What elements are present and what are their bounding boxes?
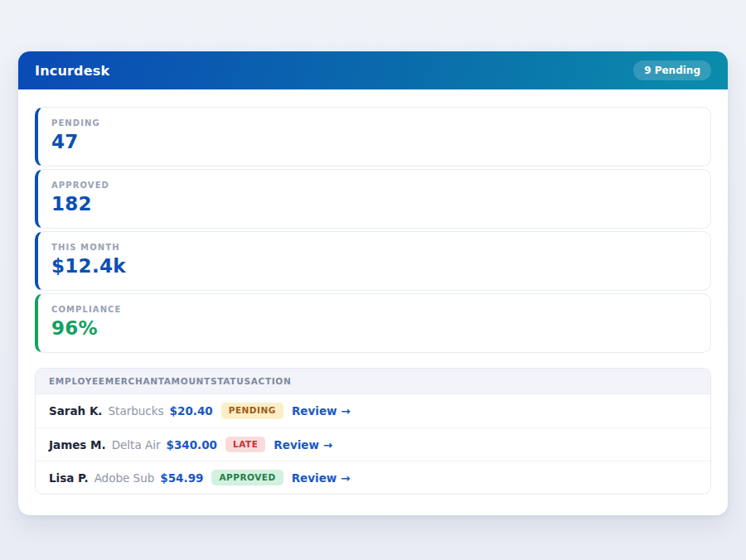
status-badge: PENDING [221, 403, 283, 419]
table-row: Sarah K. Starbucks $20.40 PENDING Review… [36, 394, 710, 427]
employee-name: Lisa P. [49, 471, 89, 485]
app-body: PENDING 47 APPROVED 182 THIS MONTH $12.4… [18, 89, 728, 515]
status-badge: APPROVED [211, 470, 283, 486]
column-header-amount: AMOUNT [164, 376, 211, 386]
stat-value: $12.4k [51, 256, 697, 276]
table-header-row: EMPLOYEEMERCHANTAMOUNTSTATUSACTION [36, 369, 710, 394]
stat-label: PENDING [51, 118, 697, 128]
stat-card-compliance: COMPLIANCE 96% [35, 293, 711, 353]
review-link[interactable]: Review → [292, 404, 351, 418]
amount-value: $20.40 [170, 404, 213, 418]
stat-card-this-month: THIS MONTH $12.4k [35, 231, 711, 291]
stat-card-approved: APPROVED 182 [35, 169, 711, 229]
stat-value: 47 [51, 132, 697, 152]
app-title: Incurdesk [35, 63, 109, 79]
stat-label: APPROVED [51, 181, 697, 190]
app-header: Incurdesk 9 Pending [18, 51, 728, 89]
stat-label: THIS MONTH [51, 243, 697, 252]
stat-card-pending: PENDING 47 [35, 107, 711, 167]
review-link[interactable]: Review → [274, 438, 332, 451]
table-row: James M. Delta Air $340.00 LATE Review → [36, 427, 710, 461]
column-header-action: ACTION [251, 376, 292, 386]
table-row: Lisa P. Adobe Sub $54.99 APPROVED Review… [36, 461, 710, 494]
column-header-status: STATUS [211, 376, 251, 386]
amount-value: $54.99 [160, 471, 203, 485]
employee-name: James M. [49, 438, 106, 451]
employee-name: Sarah K. [49, 404, 103, 418]
stat-value: 96% [51, 318, 697, 338]
merchant-name: Starbucks [109, 404, 164, 418]
amount-value: $340.00 [167, 438, 218, 451]
review-link[interactable]: Review → [292, 471, 351, 485]
stats-section: PENDING 47 APPROVED 182 THIS MONTH $12.4… [35, 107, 711, 353]
pending-count-badge[interactable]: 9 Pending [633, 60, 711, 80]
merchant-name: Adobe Sub [94, 471, 155, 485]
app-window: Incurdesk 9 Pending PENDING 47 APPROVED … [18, 51, 728, 515]
status-badge: LATE [225, 437, 265, 453]
column-header-employee: EMPLOYEE [49, 376, 105, 386]
merchant-name: Delta Air [112, 438, 161, 451]
expenses-table: EMPLOYEEMERCHANTAMOUNTSTATUSACTION Sarah… [35, 368, 711, 495]
stat-value: 182 [51, 194, 697, 214]
stat-label: COMPLIANCE [51, 305, 697, 314]
column-header-merchant: MERCHANT [105, 376, 164, 386]
